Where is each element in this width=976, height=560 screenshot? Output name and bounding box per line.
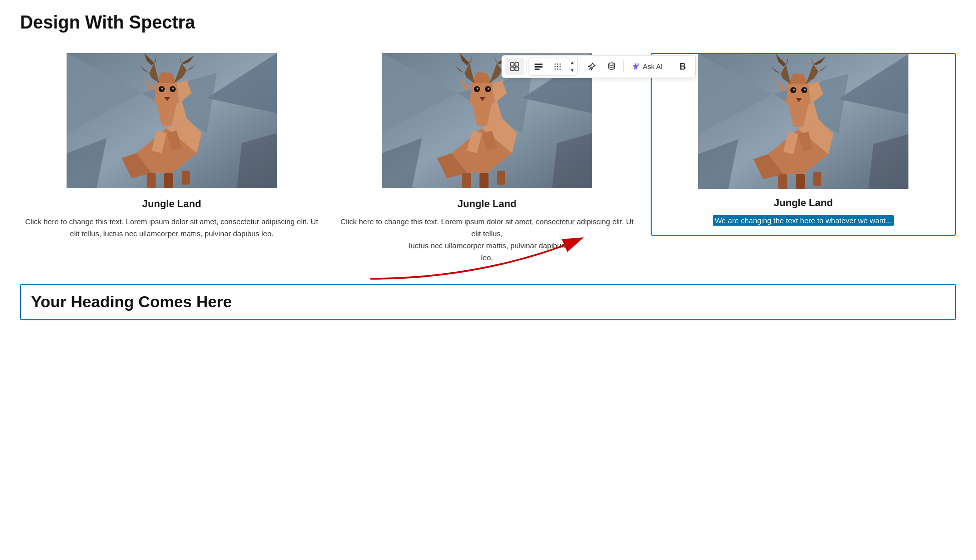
- svg-point-11: [557, 66, 558, 67]
- svg-point-14: [557, 69, 558, 70]
- card-1-image: [20, 53, 323, 188]
- bold-button[interactable]: B: [673, 58, 692, 75]
- svg-rect-83: [479, 173, 489, 188]
- toolbar-divider-3: [623, 61, 624, 73]
- svg-rect-50: [182, 171, 190, 185]
- svg-rect-49: [164, 173, 173, 188]
- card-3-body: Jungle Land We are changing the text her…: [652, 189, 955, 235]
- bold-label: B: [680, 62, 686, 72]
- svg-rect-5: [535, 66, 543, 68]
- svg-point-13: [555, 69, 556, 70]
- card-2-text: Click here to change this text. Lorem ip…: [335, 216, 639, 264]
- main-content: Jungle Land Click here to change this te…: [20, 53, 956, 320]
- block-button[interactable]: [529, 58, 548, 75]
- chevron-down-button[interactable]: ▼: [567, 67, 577, 75]
- selected-text-highlight[interactable]: We are changing the text here to whateve…: [713, 215, 894, 226]
- toolbar-group-block: ▲ ▼: [529, 58, 578, 76]
- card-3-image: [652, 54, 955, 189]
- svg-rect-84: [497, 171, 505, 185]
- cards-row: Jungle Land Click here to change this te…: [20, 53, 956, 264]
- svg-point-44: [172, 88, 174, 90]
- svg-rect-6: [535, 69, 540, 70]
- database-button[interactable]: [602, 58, 621, 75]
- toolbar-divider-2: [580, 61, 580, 73]
- page-title: Design With Spectra: [20, 12, 956, 33]
- heading-section[interactable]: [20, 284, 956, 320]
- grid-layout-button[interactable]: [505, 58, 524, 75]
- card-1-title: Jungle Land: [20, 198, 323, 210]
- toolbar-divider-1: [526, 61, 527, 73]
- svg-rect-3: [515, 67, 519, 71]
- svg-point-78: [487, 88, 490, 90]
- svg-rect-0: [511, 63, 514, 66]
- chevron-up-button[interactable]: ▲: [567, 59, 577, 67]
- chevron-group: ▲ ▼: [567, 59, 577, 75]
- editor-toolbar: ▲ ▼ Ask AI B: [502, 55, 696, 78]
- svg-point-12: [560, 66, 561, 67]
- svg-point-17: [609, 63, 615, 66]
- dots-button[interactable]: [548, 58, 567, 75]
- svg-point-111: [793, 89, 795, 91]
- svg-point-7: [555, 64, 556, 65]
- svg-point-112: [804, 89, 806, 91]
- ask-ai-button[interactable]: Ask AI: [626, 61, 669, 73]
- svg-point-43: [161, 88, 163, 90]
- heading-input[interactable]: [31, 293, 945, 311]
- ask-ai-label: Ask AI: [643, 63, 663, 71]
- card-3-title: Jungle Land: [660, 197, 947, 209]
- svg-point-18: [638, 64, 639, 65]
- svg-rect-117: [796, 174, 805, 189]
- svg-point-9: [560, 64, 561, 65]
- svg-rect-118: [813, 172, 821, 186]
- svg-rect-82: [462, 173, 471, 188]
- card-3[interactable]: Jungle Land We are changing the text her…: [651, 53, 956, 236]
- svg-rect-4: [535, 64, 543, 65]
- svg-point-15: [560, 69, 561, 70]
- card-3-selected-text[interactable]: We are changing the text here to whateve…: [660, 215, 947, 227]
- card-1-text: Click here to change this text. Lorem ip…: [20, 216, 323, 240]
- svg-point-10: [555, 66, 556, 67]
- svg-rect-1: [515, 63, 519, 66]
- toolbar-divider-4: [671, 61, 671, 73]
- pin-button[interactable]: [582, 58, 601, 75]
- card-2: Jungle Land Click here to change this te…: [335, 53, 639, 264]
- svg-rect-116: [778, 174, 787, 189]
- svg-point-8: [557, 64, 558, 65]
- svg-point-77: [476, 88, 478, 90]
- svg-rect-2: [511, 67, 514, 71]
- card-2-title: Jungle Land: [335, 198, 639, 210]
- card-1: Jungle Land Click here to change this te…: [20, 53, 323, 240]
- svg-rect-48: [147, 173, 156, 188]
